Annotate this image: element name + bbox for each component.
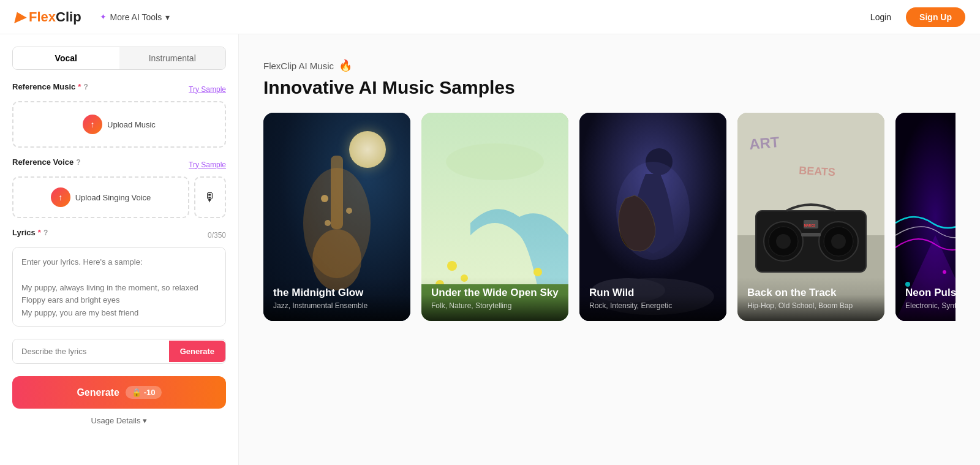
card-4-overlay: Neon Pulse Electronic, Synth <box>895 277 956 321</box>
lyrics-header: Lyrics * ? 0/350 <box>12 228 226 242</box>
reference-music-label: Reference Music * ? <box>12 82 88 91</box>
music-card-4[interactable]: Neon Pulse Electronic, Synth <box>895 113 956 321</box>
card-2-title: Run Wild <box>589 287 717 299</box>
svg-point-35 <box>943 270 946 274</box>
lyrics-help-icon[interactable]: ? <box>43 229 48 237</box>
reference-voice-header: Reference Voice ? Try Sample <box>12 157 226 172</box>
try-sample-music-link[interactable]: Try Sample <box>189 85 226 94</box>
upload-music-text: Upload Music <box>107 120 156 129</box>
music-cards-row: the Midnight Glow Jazz, Instrumental Ens… <box>263 113 956 321</box>
mic-record-button[interactable]: 🎙 <box>194 176 226 218</box>
section-tag-text: FlexClip AI Music <box>263 61 334 71</box>
upload-voice-area[interactable]: ↑ Upload Singing Voice <box>12 176 189 218</box>
svg-text:BEATS: BEATS <box>799 164 836 178</box>
app-header: ▶ FlexClip ✦ More AI Tools ▾ Login Sign … <box>0 0 980 34</box>
music-card-1[interactable]: Under the Wide Open Sky Folk, Nature, St… <box>421 113 568 321</box>
svg-rect-31 <box>801 233 821 236</box>
section-tag: FlexClip AI Music 🔥 <box>263 59 956 72</box>
svg-point-8 <box>447 261 457 271</box>
logo-text: FlexClip <box>29 9 81 25</box>
lock-icon: 🔒 <box>132 388 141 397</box>
mic-icon: 🎙 <box>204 191 216 205</box>
svg-point-7 <box>446 143 544 180</box>
tab-instrumental[interactable]: Instrumental <box>119 47 226 69</box>
card-4-tags: Electronic, Synth <box>905 301 956 310</box>
card-0-tags: Jazz, Instrumental Ensemble <box>273 301 401 310</box>
music-card-2[interactable]: Run Wild Rock, Intensity, Energetic <box>579 113 726 321</box>
describe-generate-button[interactable]: Generate <box>169 341 225 362</box>
upload-voice-text: Upload Singing Voice <box>75 193 151 202</box>
card-0-overlay: the Midnight Glow Jazz, Instrumental Ens… <box>263 277 410 321</box>
reference-music-help-icon[interactable]: ? <box>83 83 88 91</box>
upload-voice-icon: ↑ <box>51 187 70 207</box>
usage-details[interactable]: Usage Details ▾ <box>12 416 226 425</box>
svg-point-17 <box>616 162 690 260</box>
header-right: Login Sign Up <box>863 7 965 27</box>
chevron-down-icon: ▾ <box>165 12 170 22</box>
card-1-title: Under the Wide Open Sky <box>431 287 559 299</box>
music-card-3[interactable]: ART BEATS <box>737 113 884 321</box>
svg-point-26 <box>776 234 791 249</box>
svg-rect-1 <box>331 156 343 229</box>
tab-vocal[interactable]: Vocal <box>13 47 119 69</box>
card-3-overlay: Back on the Track Hip-Hop, Old School, B… <box>737 277 884 321</box>
svg-point-11 <box>533 268 542 276</box>
music-card-0[interactable]: the Midnight Glow Jazz, Instrumental Ens… <box>263 113 410 321</box>
svg-point-5 <box>325 220 331 226</box>
login-button[interactable]: Login <box>863 9 899 26</box>
credit-count: -10 <box>144 388 156 397</box>
more-tools-button[interactable]: ✦ More AI Tools ▾ <box>94 9 176 26</box>
lyrics-section: Lyrics * ? 0/350 <box>12 228 226 329</box>
section-title: Innovative AI Music Samples <box>263 77 956 98</box>
card-3-tags: Hip-Hop, Old School, Boom Bap <box>747 301 875 310</box>
card-2-tags: Rock, Intensity, Energetic <box>589 301 717 310</box>
svg-point-29 <box>831 234 846 249</box>
sparkle-icon: ✦ <box>100 12 107 21</box>
card-4-title: Neon Pulse <box>905 287 956 299</box>
usage-details-label: Usage Details <box>91 416 141 425</box>
mode-tabs: Vocal Instrumental <box>12 47 226 70</box>
card-3-title: Back on the Track <box>747 287 875 299</box>
upload-music-area[interactable]: ↑ Upload Music <box>12 101 226 148</box>
card-2-overlay: Run Wild Rock, Intensity, Energetic <box>579 277 726 321</box>
voice-row: ↑ Upload Singing Voice 🎙 <box>12 176 226 218</box>
more-tools-label: More AI Tools <box>110 12 162 22</box>
generate-button[interactable]: Generate 🔒 -10 <box>12 376 226 409</box>
card-1-overlay: Under the Wide Open Sky Folk, Nature, St… <box>421 277 568 321</box>
svg-text:ART: ART <box>748 134 780 153</box>
left-panel: Vocal Instrumental Reference Music * ? T… <box>0 34 239 465</box>
char-count: 0/350 <box>208 231 226 240</box>
describe-row: Generate <box>12 339 226 364</box>
generate-label: Generate <box>77 387 119 398</box>
main-layout: Vocal Instrumental Reference Music * ? T… <box>0 0 980 465</box>
logo-icon: ▶ <box>15 9 25 25</box>
reference-voice-help-icon[interactable]: ? <box>76 158 80 167</box>
lyrics-input[interactable] <box>12 247 226 327</box>
svg-text:MARCS: MARCS <box>804 224 816 227</box>
try-sample-voice-link[interactable]: Try Sample <box>189 161 226 169</box>
card-0-title: the Midnight Glow <box>273 287 401 299</box>
svg-point-4 <box>346 208 352 214</box>
describe-input[interactable] <box>13 339 169 363</box>
flame-icon: 🔥 <box>339 59 352 72</box>
card-1-tags: Folk, Nature, Storytelling <box>431 301 559 310</box>
lyrics-label: Lyrics * ? <box>12 228 48 237</box>
reference-music-header: Reference Music * ? Try Sample <box>12 82 226 96</box>
right-panel: FlexClip AI Music 🔥 Innovative AI Music … <box>239 34 980 465</box>
svg-point-3 <box>321 195 328 202</box>
reference-voice-label: Reference Voice ? <box>12 157 81 167</box>
logo: ▶ FlexClip <box>15 9 81 25</box>
signup-button[interactable]: Sign Up <box>906 7 965 27</box>
chevron-down-icon: ▾ <box>143 416 147 425</box>
upload-music-icon: ↑ <box>83 115 102 134</box>
header-left: ▶ FlexClip ✦ More AI Tools ▾ <box>15 9 176 26</box>
credit-badge: 🔒 -10 <box>126 386 162 399</box>
